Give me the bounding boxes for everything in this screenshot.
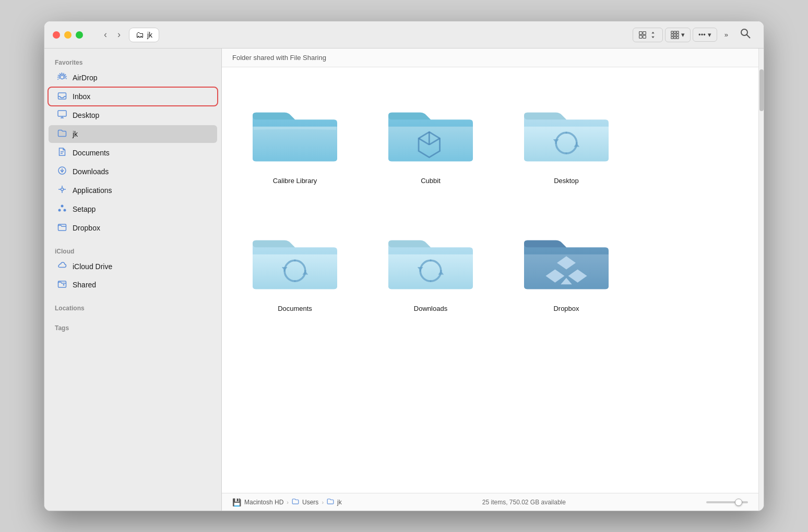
sidebar-item-dropbox[interactable]: Dropbox <box>49 219 217 237</box>
svg-point-24 <box>58 209 61 212</box>
inbox-icon <box>57 91 67 102</box>
svg-rect-6 <box>676 31 679 33</box>
titlebar: ‹ › 🗂 jk <box>44 21 764 49</box>
folder-grid-container: Calibre Library <box>222 67 758 493</box>
svg-rect-5 <box>674 31 676 33</box>
folder-item-calibre-library[interactable]: Calibre Library <box>243 83 347 190</box>
svg-point-25 <box>64 209 66 212</box>
action-icon: ••• <box>698 31 706 39</box>
sidebar-item-label: Inbox <box>73 92 90 101</box>
folder-label-dropbox: Dropbox <box>553 305 579 312</box>
folder-label-calibre: Calibre Library <box>273 177 317 185</box>
more-button[interactable]: » <box>719 28 733 41</box>
finder-window: ‹ › 🗂 jk <box>44 21 764 511</box>
content-header: Folder shared with File Sharing <box>222 49 758 67</box>
folder-label-cubbit: Cubbit <box>421 177 441 185</box>
folder-icon-dropbox <box>519 216 613 299</box>
downloads-icon <box>57 166 67 177</box>
minimize-button[interactable] <box>64 31 72 39</box>
right-scrollbar[interactable] <box>758 49 764 511</box>
folder-grid: Calibre Library <box>243 83 738 318</box>
maximize-button[interactable] <box>76 31 83 39</box>
documents-icon <box>57 147 67 159</box>
breadcrumb-users-icon <box>292 498 299 506</box>
svg-rect-10 <box>671 37 673 39</box>
sidebar-item-label: Shared <box>73 281 96 289</box>
breadcrumb-hd-icon: 💾 <box>232 498 241 506</box>
statusbar-info: 25 items, 750.02 GB available <box>482 499 566 506</box>
favorites-label: Favorites <box>44 55 221 68</box>
chevron-updown-icon <box>649 31 657 39</box>
svg-rect-8 <box>674 34 676 36</box>
sidebar-item-label: Dropbox <box>73 224 100 232</box>
jk-icon <box>57 128 67 140</box>
breadcrumb-sep-1: › <box>287 499 289 505</box>
close-button[interactable] <box>53 31 60 39</box>
more-icon: » <box>724 31 728 39</box>
folder-icon-cubbit <box>384 88 478 172</box>
folder-item-dropbox[interactable]: Dropbox <box>514 211 619 318</box>
breadcrumb-users-label[interactable]: Users <box>302 499 318 506</box>
folder-label-desktop: Desktop <box>554 177 579 185</box>
svg-rect-17 <box>58 111 66 116</box>
svg-line-14 <box>747 35 751 39</box>
size-slider <box>706 501 748 503</box>
sidebar-item-desktop[interactable]: Desktop <box>49 106 217 124</box>
search-icon <box>740 28 751 39</box>
content-area: Folder shared with File Sharing <box>222 49 764 511</box>
scrollbar-thumb[interactable] <box>759 69 764 111</box>
svg-rect-1 <box>643 31 646 34</box>
folder-label-documents: Documents <box>278 305 312 312</box>
setapp-icon <box>57 203 67 215</box>
folder-item-documents[interactable]: Documents <box>243 211 347 318</box>
sidebar-item-setapp[interactable]: Setapp <box>49 200 217 218</box>
view-grid-button[interactable] <box>633 28 663 42</box>
folder-icon-desktop <box>519 88 613 172</box>
action-button[interactable]: ••• ▾ <box>693 28 717 42</box>
view-options-button[interactable]: ▾ <box>665 28 691 42</box>
sidebar-item-documents[interactable]: Documents <box>49 144 217 162</box>
grid-icon <box>638 31 647 39</box>
svg-rect-0 <box>639 31 643 34</box>
folder-icon-documents <box>248 216 342 299</box>
toolbar-right: ▾ ••• ▾ » <box>633 26 755 44</box>
search-button[interactable] <box>735 26 755 44</box>
slider-track[interactable] <box>706 501 748 503</box>
icloud-label: iCloud <box>44 244 221 257</box>
forward-button[interactable]: › <box>113 27 125 42</box>
applications-icon <box>57 185 67 196</box>
svg-rect-11 <box>674 37 676 39</box>
sidebar-item-label: Desktop <box>73 111 99 119</box>
svg-rect-4 <box>671 31 673 33</box>
breadcrumb: 💾 Macintosh HD › Users › <box>232 498 342 506</box>
folder-item-cubbit[interactable]: Cubbit <box>378 83 483 190</box>
folder-sharing-label: Folder shared with File Sharing <box>232 54 326 62</box>
svg-rect-7 <box>671 34 673 36</box>
back-button[interactable]: ‹ <box>100 27 111 42</box>
folder-item-desktop[interactable]: Desktop <box>514 83 619 190</box>
slider-thumb[interactable] <box>735 499 742 506</box>
svg-rect-9 <box>676 34 679 36</box>
folder-item-downloads[interactable]: Downloads <box>378 211 483 318</box>
sidebar-item-inbox[interactable]: Inbox <box>49 88 217 105</box>
sidebar-item-downloads[interactable]: Downloads <box>49 163 217 180</box>
sidebar-item-jk[interactable]: jk <box>49 125 217 143</box>
desktop-icon <box>57 110 67 121</box>
breadcrumb-hd-label[interactable]: Macintosh HD <box>244 499 283 506</box>
statusbar: 💾 Macintosh HD › Users › <box>222 493 758 511</box>
breadcrumb-sep-2: › <box>322 499 324 505</box>
sidebar-item-label: iCloud Drive <box>73 262 112 271</box>
svg-point-15 <box>61 76 64 79</box>
sidebar-item-label: AirDrop <box>73 74 97 82</box>
sidebar-item-shared[interactable]: Shared <box>49 276 217 294</box>
grid-small-icon <box>671 31 679 39</box>
location-pill[interactable]: 🗂 jk <box>129 28 159 42</box>
sidebar-item-applications[interactable]: Applications <box>49 182 217 199</box>
sidebar-item-airdrop[interactable]: AirDrop <box>49 69 217 87</box>
svg-point-22 <box>61 188 64 191</box>
traffic-lights <box>53 31 83 39</box>
airdrop-icon <box>57 72 67 83</box>
sidebar-item-label: Setapp <box>73 205 96 213</box>
breadcrumb-jk-label[interactable]: jk <box>337 499 342 506</box>
sidebar-item-icloud-drive[interactable]: iCloud Drive <box>49 258 217 275</box>
